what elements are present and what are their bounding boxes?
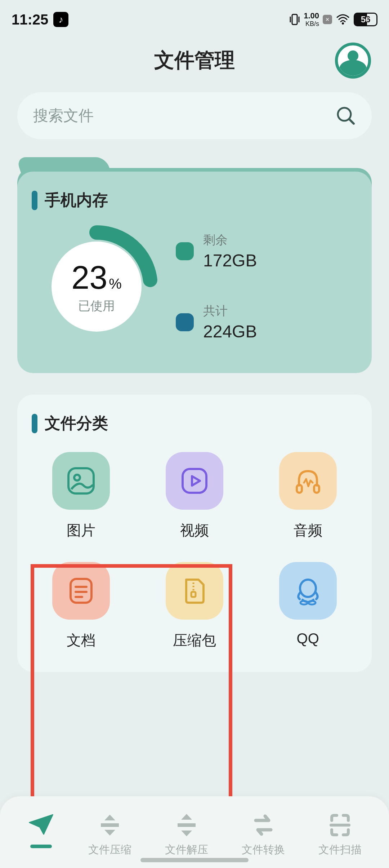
zip-icon bbox=[166, 562, 223, 620]
search-placeholder: 搜索文件 bbox=[33, 106, 94, 126]
storage-used-label: 已使用 bbox=[78, 298, 115, 314]
nav-compress[interactable]: 文件压缩 bbox=[88, 811, 131, 857]
storage-gauge: 23 % 已使用 bbox=[32, 222, 161, 351]
svg-point-19 bbox=[300, 580, 316, 597]
bottom-nav: 文件压缩 文件解压 文件转换 文件扫描 bbox=[0, 796, 389, 868]
storage-card[interactable]: 手机内存 23 % 已使用 bbox=[17, 172, 372, 373]
categories-title: 文件分类 bbox=[32, 413, 357, 434]
svg-line-5 bbox=[349, 119, 354, 124]
tiktok-icon: ♪ bbox=[53, 12, 68, 27]
category-audio[interactable]: 音频 bbox=[258, 452, 357, 540]
profile-avatar[interactable] bbox=[335, 43, 371, 79]
battery-indicator: 56 bbox=[354, 13, 377, 26]
status-time: 11:25 bbox=[12, 12, 48, 28]
dot-remaining-icon bbox=[176, 242, 194, 260]
document-icon bbox=[52, 562, 110, 620]
category-archive[interactable]: 压缩包 bbox=[145, 562, 244, 650]
category-qq[interactable]: QQ bbox=[258, 562, 357, 650]
decompress-icon bbox=[173, 811, 200, 839]
home-indicator[interactable] bbox=[140, 858, 249, 862]
svg-rect-0 bbox=[292, 14, 297, 25]
scan-icon bbox=[326, 811, 354, 839]
convert-icon bbox=[250, 811, 277, 839]
network-speed: 1.00KB/s bbox=[304, 12, 319, 27]
category-images[interactable]: 图片 bbox=[32, 452, 131, 540]
svg-point-3 bbox=[342, 22, 344, 25]
svg-rect-23 bbox=[178, 823, 196, 827]
image-icon bbox=[52, 452, 110, 510]
storage-title: 手机内存 bbox=[32, 190, 357, 211]
storage-percent-value: 23 bbox=[71, 259, 107, 296]
search-icon bbox=[336, 106, 356, 126]
nav-convert[interactable]: 文件转换 bbox=[242, 811, 285, 857]
nav-scan[interactable]: 文件扫描 bbox=[318, 811, 362, 857]
dot-total-icon bbox=[176, 313, 194, 331]
categories-card: 文件分类 图片 视频 音频 文档 bbox=[17, 395, 372, 672]
storage-remaining: 剩余 172GB bbox=[176, 232, 257, 270]
page-title: 文件管理 bbox=[154, 47, 235, 74]
storage-total: 共计 224GB bbox=[176, 303, 257, 341]
qq-icon bbox=[279, 562, 337, 620]
nav-home[interactable] bbox=[27, 811, 55, 857]
nav-decompress[interactable]: 文件解压 bbox=[165, 811, 208, 857]
svg-rect-18 bbox=[191, 592, 196, 597]
video-icon bbox=[166, 452, 223, 510]
svg-point-9 bbox=[74, 475, 80, 480]
paper-plane-icon bbox=[27, 811, 55, 839]
app-header: 文件管理 bbox=[0, 32, 389, 85]
storage-percent-symbol: % bbox=[109, 276, 122, 292]
svg-rect-22 bbox=[101, 823, 119, 827]
wifi-icon bbox=[336, 14, 350, 25]
search-input[interactable]: 搜索文件 bbox=[17, 92, 372, 139]
vibrate-icon bbox=[289, 13, 300, 26]
category-video[interactable]: 视频 bbox=[145, 452, 244, 540]
audio-icon bbox=[279, 452, 337, 510]
category-document[interactable]: 文档 bbox=[32, 562, 131, 650]
svg-rect-10 bbox=[183, 469, 206, 493]
compress-icon bbox=[96, 811, 124, 839]
close-badge-icon: × bbox=[323, 15, 332, 24]
status-bar: 11:25 ♪ 1.00KB/s × 56 bbox=[0, 0, 389, 32]
